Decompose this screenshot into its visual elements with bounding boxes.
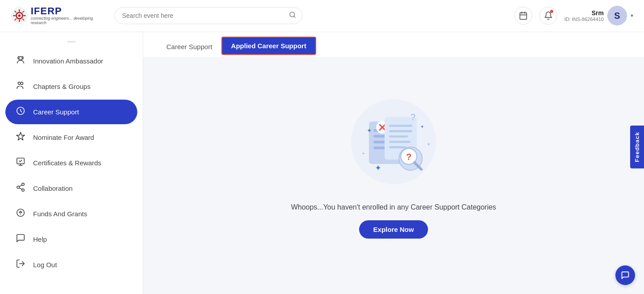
logo-title: IFERP xyxy=(31,6,100,16)
svg-line-26 xyxy=(19,188,22,189)
main-content: Career Support Applied Career Support xyxy=(143,31,644,294)
svg-rect-44 xyxy=(389,146,406,148)
calendar-button[interactable] xyxy=(514,7,532,25)
logo-area: IFERP connecting engineers... developing… xyxy=(11,6,100,25)
layout: — Innovation Ambassador Chapters & Group… xyxy=(0,31,644,294)
help-icon xyxy=(14,233,27,245)
career-support-icon xyxy=(14,106,27,118)
sidebar-label-collaboration: Collaboration xyxy=(33,185,72,192)
explore-now-button[interactable]: Explore Now xyxy=(359,220,428,239)
sidebar-item-funds-and-grants[interactable]: Funds And Grants xyxy=(5,202,137,226)
sidebar-item-innovation-ambassador[interactable]: Innovation Ambassador xyxy=(5,49,137,73)
scroll-indicator: — xyxy=(0,35,143,48)
collaboration-icon xyxy=(14,182,27,194)
sidebar-label-nominate-for-award: Nominate For Award xyxy=(33,134,94,141)
sidebar-label-chapters-groups: Chapters & Groups xyxy=(33,83,90,90)
search-icon xyxy=(289,11,296,20)
tab-career-support[interactable]: Career Support xyxy=(157,36,221,58)
user-id: ID: INS-86264410 xyxy=(564,17,604,22)
nominate-award-icon xyxy=(14,131,27,143)
user-profile[interactable]: Srm ID: INS-86264410 S ▾ xyxy=(564,6,633,25)
sidebar-item-help[interactable]: Help xyxy=(5,227,137,252)
svg-point-18 xyxy=(19,57,22,60)
chapters-groups-icon xyxy=(14,80,27,92)
svg-line-13 xyxy=(294,16,295,17)
certificates-rewards-icon xyxy=(14,157,27,169)
chat-bubble-button[interactable] xyxy=(615,265,635,285)
user-details: Srm ID: INS-86264410 xyxy=(564,9,604,22)
sidebar-item-chapters-groups[interactable]: Chapters & Groups xyxy=(5,74,137,99)
user-name: Srm xyxy=(564,9,604,17)
svg-point-19 xyxy=(18,82,21,85)
sidebar-label-certificates-rewards: Certificates & Rewards xyxy=(33,159,102,167)
innovation-ambassador-icon xyxy=(14,55,27,67)
header: IFERP connecting engineers... developing… xyxy=(0,0,644,31)
svg-rect-14 xyxy=(520,13,526,19)
tab-applied-career-support[interactable]: Applied Career Support xyxy=(221,37,316,55)
svg-rect-43 xyxy=(389,141,411,143)
svg-point-20 xyxy=(21,82,23,85)
svg-point-3 xyxy=(18,14,21,17)
tab-bar: Career Support Applied Career Support xyxy=(143,31,644,58)
empty-illustration: ? ✦ ✦ ✦ + + ? xyxy=(344,92,443,191)
sidebar-label-help: Help xyxy=(33,235,47,243)
avatar: S xyxy=(607,6,627,25)
sidebar-item-log-out[interactable]: Log Out xyxy=(5,252,137,277)
svg-rect-42 xyxy=(389,135,408,138)
feedback-button[interactable]: Feedback xyxy=(630,126,644,168)
chat-icon xyxy=(621,271,630,280)
sidebar-item-career-support[interactable]: Career Support xyxy=(5,100,137,124)
logo-subtitle: connecting engineers... developing resea… xyxy=(31,16,100,25)
notification-dot xyxy=(550,10,553,13)
svg-rect-40 xyxy=(389,125,412,127)
sidebar-item-collaboration[interactable]: Collaboration xyxy=(5,176,137,201)
svg-text:✦: ✦ xyxy=(420,124,424,129)
svg-text:✦: ✦ xyxy=(367,127,372,134)
search-input[interactable] xyxy=(114,7,302,24)
chevron-down-icon: ▾ xyxy=(631,13,633,19)
svg-text:+: + xyxy=(362,151,365,156)
svg-text:?: ? xyxy=(411,112,415,122)
calendar-icon xyxy=(519,11,528,20)
search-bar xyxy=(114,7,302,24)
notification-button[interactable] xyxy=(539,7,557,25)
empty-state: ? ✦ ✦ ✦ + + ? Whoops...You haven't enrol… xyxy=(143,58,644,273)
svg-text:✦: ✦ xyxy=(375,164,381,172)
logo: IFERP connecting engineers... developing… xyxy=(11,6,100,25)
logo-text: IFERP connecting engineers... developing… xyxy=(31,6,100,25)
logo-icon xyxy=(11,6,28,25)
svg-text:?: ? xyxy=(406,152,411,162)
sidebar-label-log-out: Log Out xyxy=(33,261,57,269)
sidebar: — Innovation Ambassador Chapters & Group… xyxy=(0,31,143,294)
sidebar-item-certificates-rewards[interactable]: Certificates & Rewards xyxy=(5,151,137,175)
svg-line-27 xyxy=(19,185,22,187)
sidebar-item-nominate-for-award[interactable]: Nominate For Award xyxy=(5,125,137,150)
header-actions: Srm ID: INS-86264410 S ▾ xyxy=(514,6,633,25)
svg-rect-41 xyxy=(389,130,412,132)
sidebar-label-career-support: Career Support xyxy=(33,108,79,116)
sidebar-label-innovation-ambassador: Innovation Ambassador xyxy=(33,57,103,65)
svg-text:+: + xyxy=(427,141,430,147)
sidebar-label-funds-and-grants: Funds And Grants xyxy=(33,210,87,218)
funds-grants-icon xyxy=(14,208,27,220)
log-out-icon xyxy=(14,259,27,271)
empty-state-message: Whoops...You haven't enrolled in any Car… xyxy=(291,203,496,211)
